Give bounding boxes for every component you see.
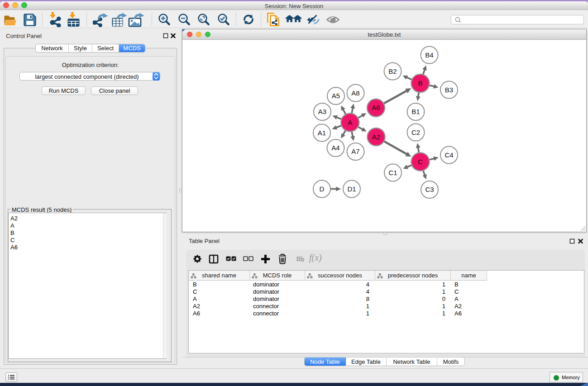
svg-text:C3: C3 bbox=[425, 186, 434, 193]
svg-text:C: C bbox=[418, 158, 423, 166]
svg-text:B4: B4 bbox=[425, 51, 433, 59]
svg-text:D: D bbox=[320, 185, 325, 193]
svg-text:C2: C2 bbox=[411, 129, 420, 136]
svg-text:A2: A2 bbox=[372, 133, 380, 141]
svg-text:A: A bbox=[348, 119, 352, 126]
svg-text:C1: C1 bbox=[388, 169, 397, 176]
svg-text:A8: A8 bbox=[351, 89, 359, 97]
svg-text:D1: D1 bbox=[347, 185, 356, 193]
svg-text:A6: A6 bbox=[372, 104, 380, 111]
svg-text:A1: A1 bbox=[318, 129, 326, 137]
svg-text:A4: A4 bbox=[331, 144, 339, 152]
svg-text:B3: B3 bbox=[445, 86, 453, 94]
svg-text:A7: A7 bbox=[351, 148, 359, 155]
svg-text:A3: A3 bbox=[318, 108, 326, 115]
svg-text:B2: B2 bbox=[388, 67, 397, 75]
svg-text:A5: A5 bbox=[332, 92, 340, 100]
svg-text:C4: C4 bbox=[445, 151, 453, 159]
svg-text:B1: B1 bbox=[411, 108, 420, 115]
svg-text:B: B bbox=[418, 79, 422, 87]
